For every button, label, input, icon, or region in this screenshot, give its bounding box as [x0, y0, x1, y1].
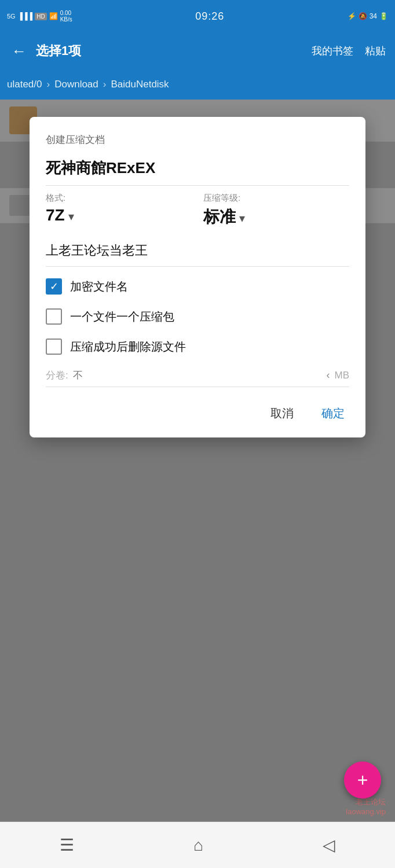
- breadcrumb-sep-1: ›: [103, 79, 107, 90]
- level-group: 压缩等级: 标准 ▾: [203, 193, 349, 228]
- overlay: 创建压缩文档 死神商館RExEX 格式: 7Z ▾ 压缩等级: 标准 ▾ 上老王…: [0, 100, 395, 822]
- bottom-nav: ☰ ⌂ ◁: [0, 822, 395, 868]
- level-dropdown-arrow: ▾: [239, 211, 245, 225]
- checkbox-delete-source[interactable]: 压缩成功后删除源文件: [46, 339, 349, 355]
- dialog-title: 创建压缩文档: [46, 133, 349, 146]
- checkbox-one-file[interactable]: 一个文件一个压缩包: [46, 308, 349, 325]
- split-arrow-icon[interactable]: ‹: [327, 369, 330, 381]
- battery-icon: 🔋: [379, 12, 388, 20]
- breadcrumb-item-0[interactable]: ulated/0: [7, 79, 42, 90]
- split-input[interactable]: [73, 370, 327, 381]
- dialog-buttons: 取消 确定: [46, 403, 349, 424]
- checkbox-box-onefile[interactable]: [46, 308, 62, 325]
- dialog: 创建压缩文档 死神商館RExEX 格式: 7Z ▾ 压缩等级: 标准 ▾ 上老王…: [30, 117, 365, 437]
- bluetooth-icon: ⚡: [348, 12, 356, 20]
- checkmark-icon: ✓: [50, 281, 58, 292]
- level-label: 压缩等级:: [203, 193, 349, 204]
- dialog-filename[interactable]: 死神商館RExEX: [46, 158, 349, 186]
- watermark: 老王论坛 laowang.vip: [346, 797, 386, 816]
- status-time: 09:26: [195, 10, 224, 23]
- format-level-row: 格式: 7Z ▾ 压缩等级: 标准 ▾: [46, 193, 349, 228]
- checkbox-label-onefile: 一个文件一个压缩包: [70, 309, 174, 325]
- confirm-button[interactable]: 确定: [317, 403, 349, 424]
- format-dropdown-arrow: ▾: [68, 209, 74, 223]
- network-icon: 5G: [7, 13, 16, 20]
- checkbox-label-encrypt: 加密文件名: [70, 279, 128, 295]
- breadcrumb-item-1[interactable]: Download: [54, 79, 98, 90]
- checkbox-box-encrypt[interactable]: ✓: [46, 278, 62, 295]
- status-left: 5G ▐▐▐ HD 📶 0.00KB/s: [7, 10, 72, 23]
- mute-icon: 🔕: [359, 12, 367, 20]
- split-volume-row: 分卷: ‹ MB: [46, 369, 349, 387]
- password-field[interactable]: 上老王论坛当老王: [46, 237, 349, 267]
- checkbox-label-delete: 压缩成功后删除源文件: [70, 339, 186, 355]
- watermark-line1: 老王论坛: [346, 797, 386, 807]
- level-select[interactable]: 标准 ▾: [203, 206, 349, 228]
- format-value: 7Z: [46, 206, 65, 225]
- nav-menu-icon[interactable]: ☰: [60, 836, 74, 855]
- status-right: ⚡ 🔕 34 🔋: [348, 12, 388, 20]
- format-group: 格式: 7Z ▾: [46, 193, 192, 228]
- checkbox-encrypt-filename[interactable]: ✓ 加密文件名: [46, 278, 349, 295]
- battery-text: 34: [370, 12, 377, 20]
- split-unit: MB: [335, 370, 350, 381]
- level-value: 标准: [203, 206, 236, 228]
- nav-bar: ← 选择1项 我的书签 粘贴: [0, 32, 395, 69]
- hd-badge: HD: [35, 13, 46, 20]
- signal-bars: ▐▐▐: [18, 12, 33, 20]
- wifi-icon: 📶: [49, 12, 58, 20]
- status-bar: 5G ▐▐▐ HD 📶 0.00KB/s 09:26 ⚡ 🔕 34 🔋: [0, 0, 395, 32]
- cancel-button[interactable]: 取消: [266, 403, 298, 424]
- back-button[interactable]: ←: [9, 40, 29, 62]
- watermark-line2: laowang.vip: [346, 807, 386, 816]
- nav-title: 选择1项: [36, 42, 305, 60]
- format-select[interactable]: 7Z ▾: [46, 206, 192, 225]
- breadcrumb-item-2[interactable]: BaiduNetdisk: [111, 79, 169, 90]
- format-label: 格式:: [46, 193, 192, 204]
- fab-add-button[interactable]: +: [344, 762, 381, 799]
- checkbox-box-delete[interactable]: [46, 339, 62, 355]
- nav-back-icon[interactable]: ◁: [323, 836, 335, 855]
- speed-text: 0.00KB/s: [60, 10, 72, 23]
- breadcrumb-sep-0: ›: [47, 79, 50, 90]
- bookmark-button[interactable]: 我的书签: [312, 44, 353, 58]
- split-label: 分卷:: [46, 369, 68, 382]
- nav-home-icon[interactable]: ⌂: [193, 836, 203, 855]
- paste-button[interactable]: 粘贴: [365, 44, 386, 58]
- breadcrumb: ulated/0 › Download › BaiduNetdisk: [0, 69, 395, 100]
